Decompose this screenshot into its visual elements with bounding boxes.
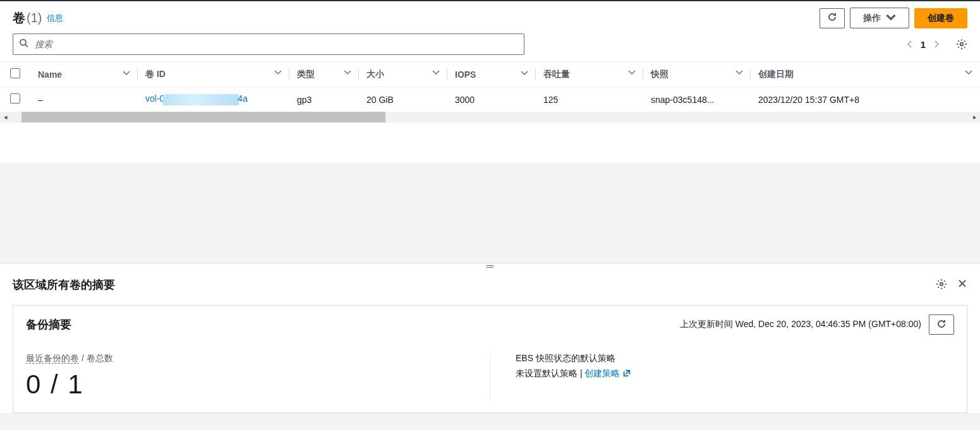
cell-size: 20 GiB bbox=[359, 87, 447, 112]
svg-point-1 bbox=[960, 43, 964, 46]
filter-icon bbox=[965, 69, 972, 76]
filter-icon bbox=[521, 69, 528, 77]
col-throughput[interactable]: 吞吐量 bbox=[536, 62, 643, 87]
cell-name: – bbox=[30, 87, 138, 112]
refresh-summary-button[interactable] bbox=[929, 314, 954, 335]
filter-icon bbox=[735, 69, 743, 76]
scroll-right-icon: ▸ bbox=[969, 112, 980, 122]
backup-ratio-label: 最近备份的卷 / 卷总数 bbox=[26, 353, 464, 364]
caret-down-icon bbox=[886, 12, 896, 24]
page-header: 卷 (1) 信息 操作 创建卷 bbox=[0, 1, 980, 33]
create-policy-link[interactable]: 创建策略 bbox=[584, 368, 631, 378]
refresh-icon bbox=[936, 319, 947, 331]
backup-ratio-value: 0 / 1 bbox=[26, 369, 464, 400]
filter-icon bbox=[274, 69, 282, 76]
divider bbox=[490, 353, 490, 400]
empty-area bbox=[0, 162, 980, 263]
external-link-icon bbox=[622, 369, 631, 378]
page-title: 卷 bbox=[13, 9, 25, 27]
info-link[interactable]: 信息 bbox=[47, 13, 63, 24]
scrollbar-thumb[interactable] bbox=[21, 112, 385, 122]
filter-icon bbox=[344, 69, 351, 76]
filter-icon bbox=[123, 69, 130, 77]
drag-handle-icon: ═ bbox=[487, 265, 493, 268]
backup-ratio-col: 最近备份的卷 / 卷总数 0 / 1 bbox=[26, 353, 464, 400]
cell-volume-id[interactable]: vol-04a bbox=[138, 87, 289, 112]
refresh-button[interactable] bbox=[820, 8, 845, 28]
scroll-left-icon: ◂ bbox=[0, 112, 11, 122]
no-policy-text: 未设置默认策略 bbox=[516, 368, 578, 378]
page-number: 1 bbox=[921, 39, 926, 50]
backup-summary-panel: 备份摘要 上次更新时间 Wed, Dec 20, 2023, 04:46:35 … bbox=[13, 305, 967, 413]
search-row: 1 bbox=[0, 33, 980, 61]
volumes-table: Name 卷 ID 类型 大小 IOPS 吞吐量 快照 创建日期 – vol-0… bbox=[0, 61, 980, 112]
filter-icon bbox=[432, 69, 440, 76]
col-name[interactable]: Name bbox=[30, 62, 138, 87]
pager: 1 bbox=[905, 39, 967, 50]
col-volume-id[interactable]: 卷 ID bbox=[138, 62, 289, 87]
refresh-icon bbox=[827, 12, 837, 24]
create-volume-button[interactable]: 创建卷 bbox=[914, 8, 967, 28]
summary-close-button[interactable] bbox=[957, 278, 967, 292]
cell-type: gp3 bbox=[289, 87, 359, 112]
volumes-top-section: 卷 (1) 信息 操作 创建卷 bbox=[0, 1, 980, 263]
next-page-button[interactable] bbox=[932, 40, 941, 49]
svg-point-0 bbox=[20, 40, 26, 45]
select-all-header[interactable] bbox=[0, 62, 30, 87]
row-checkbox[interactable] bbox=[0, 87, 30, 112]
summary-title: 该区域所有卷的摘要 bbox=[13, 277, 936, 292]
col-iops[interactable]: IOPS bbox=[447, 62, 536, 87]
search-icon bbox=[19, 39, 29, 51]
prev-page-button[interactable] bbox=[905, 40, 914, 49]
page-count: (1) bbox=[27, 11, 42, 25]
cell-iops: 3000 bbox=[447, 87, 536, 112]
pane-resize-handle[interactable]: ═ bbox=[0, 263, 980, 270]
col-size[interactable]: 大小 bbox=[359, 62, 447, 87]
cell-throughput: 125 bbox=[536, 87, 643, 112]
last-updated-text: 上次更新时间 Wed, Dec 20, 2023, 04:46:35 PM (G… bbox=[680, 319, 921, 330]
cell-created: 2023/12/20 15:37 GMT+8 bbox=[751, 87, 980, 112]
actions-dropdown-button[interactable]: 操作 bbox=[850, 8, 909, 28]
backup-summary-title: 备份摘要 bbox=[26, 317, 680, 332]
table-row[interactable]: – vol-04a gp3 20 GiB 3000 125 snap-03c51… bbox=[0, 87, 980, 112]
summary-settings-button[interactable] bbox=[936, 278, 947, 292]
policy-title: EBS 快照状态的默认策略 bbox=[516, 353, 954, 364]
col-snapshot[interactable]: 快照 bbox=[643, 62, 751, 87]
summary-section: 该区域所有卷的摘要 备份摘要 上次更新时间 Wed, Dec 20, 2023,… bbox=[0, 270, 980, 413]
horizontal-scrollbar[interactable]: ◂ ▸ bbox=[0, 112, 980, 122]
redacted-segment bbox=[163, 94, 239, 105]
actions-label: 操作 bbox=[863, 13, 881, 24]
filter-icon bbox=[628, 69, 636, 76]
volumes-table-wrap: Name 卷 ID 类型 大小 IOPS 吞吐量 快照 创建日期 – vol-0… bbox=[0, 61, 980, 162]
policy-col: EBS 快照状态的默认策略 未设置默认策略 | 创建策略 bbox=[516, 353, 954, 400]
cell-snapshot: snap-03c5148... bbox=[643, 87, 751, 112]
svg-point-2 bbox=[940, 282, 943, 285]
col-created[interactable]: 创建日期 bbox=[751, 62, 980, 87]
search-input[interactable] bbox=[13, 33, 524, 55]
settings-button[interactable] bbox=[956, 39, 967, 50]
col-type[interactable]: 类型 bbox=[289, 62, 359, 87]
